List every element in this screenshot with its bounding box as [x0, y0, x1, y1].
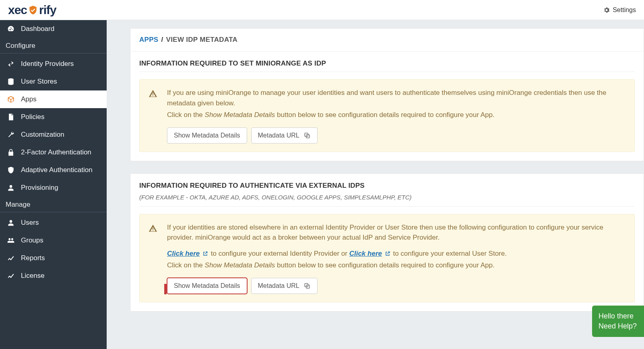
sidebar-item-label: Provisioning	[21, 184, 58, 192]
sidebar-item-users[interactable]: Users	[0, 214, 107, 232]
sidebar-item-dashboard[interactable]: Dashboard	[0, 20, 107, 38]
help-greeting: Hello there	[599, 311, 637, 321]
logo-text-right: rify	[39, 3, 56, 17]
sidebar-item-provisioning[interactable]: Provisioning	[0, 179, 107, 197]
main-content: APPS / VIEW IDP METADATA INFORMATION REQ…	[107, 20, 644, 349]
sidebar-item-label: Apps	[21, 95, 37, 103]
help-prompt: Need Help?	[599, 321, 637, 331]
sidebar-item-label: Users	[21, 219, 39, 227]
doc-icon	[6, 113, 15, 121]
sidebar-item-adaptive-auth[interactable]: Adaptive Authentication	[0, 161, 107, 179]
breadcrumb-current: VIEW IDP METADATA	[166, 36, 238, 43]
alert-text: If your identities are stored elsewhere …	[167, 222, 625, 243]
user-icon	[6, 184, 15, 192]
settings-link[interactable]: Settings	[603, 6, 636, 14]
logo-text-left: xec	[8, 3, 27, 17]
warning-icon	[149, 224, 157, 233]
button-label: Metadata URL	[258, 282, 299, 289]
settings-label: Settings	[613, 6, 636, 14]
sidebar-item-label: 2-Factor Authentication	[21, 148, 91, 156]
button-row: Show Metadata Details Metadata URL	[167, 278, 625, 294]
database-icon	[6, 78, 15, 86]
alert-text: Click here to configure your external Id…	[167, 248, 625, 259]
panel-title: INFORMATION REQUIRED TO AUTHENTICATE VIA…	[130, 174, 644, 194]
sidebar-item-policies[interactable]: Policies	[0, 108, 107, 126]
alert-text: If you are using miniOrange to manage yo…	[167, 88, 625, 108]
sidebar-item-label: License	[21, 272, 45, 280]
divider	[139, 206, 635, 207]
show-metadata-button[interactable]: Show Metadata Details	[167, 278, 247, 294]
configure-userstore-link[interactable]: Click here	[349, 250, 382, 257]
user-icon	[6, 219, 15, 227]
shield-icon	[6, 166, 15, 174]
alert-text: Click on the Show Metadata Details butto…	[167, 260, 625, 271]
cube-icon	[6, 95, 15, 103]
external-link-icon	[202, 251, 208, 257]
panel-external-idps: INFORMATION REQUIRED TO AUTHENTICATE VIA…	[130, 173, 644, 312]
breadcrumb: APPS / VIEW IDP METADATA	[130, 29, 644, 51]
metadata-url-button[interactable]: Metadata URL	[251, 278, 318, 294]
panel-idp-metadata: APPS / VIEW IDP METADATA INFORMATION REQ…	[130, 28, 644, 161]
sidebar-item-label: Reports	[21, 254, 45, 262]
warning-icon	[149, 89, 157, 98]
chart-icon	[6, 272, 15, 280]
sidebar-item-groups[interactable]: Groups	[0, 232, 107, 249]
help-widget[interactable]: Hello there Need Help?	[592, 306, 644, 337]
arrows-icon	[6, 60, 15, 68]
button-label: Metadata URL	[258, 132, 299, 139]
breadcrumb-root[interactable]: APPS	[139, 36, 159, 43]
chart-icon	[6, 254, 15, 262]
panel-title: INFORMATION REQUIRED TO SET MINIORANGE A…	[130, 51, 644, 72]
logo-shield-icon	[28, 5, 38, 15]
sidebar-item-label: Adaptive Authentication	[21, 166, 93, 174]
sidebar-section-manage: Manage	[0, 197, 107, 212]
copy-icon	[303, 282, 311, 289]
sidebar-item-customization[interactable]: Customization	[0, 126, 107, 144]
copy-icon	[303, 132, 311, 139]
show-metadata-button[interactable]: Show Metadata Details	[167, 127, 247, 144]
sidebar-item-label: Identity Providers	[21, 60, 74, 68]
metadata-url-button[interactable]: Metadata URL	[251, 127, 318, 144]
sidebar-item-label: Groups	[21, 236, 43, 244]
wrench-icon	[6, 131, 15, 139]
sidebar-item-reports[interactable]: Reports	[0, 249, 107, 267]
external-link-icon	[385, 251, 390, 257]
alert-body: If your identities are stored elsewhere …	[167, 222, 625, 294]
alert-body: If you are using miniOrange to manage yo…	[167, 88, 625, 144]
sidebar-item-apps[interactable]: Apps	[0, 90, 107, 108]
sidebar-item-license[interactable]: License	[0, 267, 107, 285]
sidebar-item-identity-providers[interactable]: Identity Providers	[0, 55, 107, 73]
sidebar-item-label: User Stores	[21, 78, 57, 86]
sidebar-item-user-stores[interactable]: User Stores	[0, 73, 107, 90]
breadcrumb-sep: /	[161, 36, 165, 43]
divider	[139, 72, 635, 72]
sidebar-item-2fa[interactable]: 2-Factor Authentication	[0, 144, 107, 161]
alert-text: Click on the Show Metadata Details butto…	[167, 110, 625, 120]
sidebar-section-configure: Configure	[0, 38, 107, 53]
sidebar: Dashboard Configure Identity Providers U…	[0, 20, 107, 349]
sidebar-item-label: Dashboard	[21, 25, 54, 33]
users-icon	[6, 236, 15, 244]
button-row: Show Metadata Details Metadata URL	[167, 127, 625, 144]
topbar: xec rify Settings	[0, 0, 644, 20]
gauge-icon	[6, 25, 15, 33]
gear-icon	[603, 6, 610, 14]
configure-idp-link[interactable]: Click here	[167, 250, 200, 257]
sidebar-item-label: Policies	[21, 113, 45, 121]
panel-subtitle: (FOR EXAMPLE - OKTA, AZURE AD, ADFS, ONE…	[130, 194, 644, 206]
sidebar-item-label: Customization	[21, 131, 64, 139]
info-alert: If you are using miniOrange to manage yo…	[139, 79, 635, 152]
info-alert: If your identities are stored elsewhere …	[139, 214, 635, 302]
lock-icon	[6, 148, 15, 156]
logo: xec rify	[8, 3, 56, 17]
